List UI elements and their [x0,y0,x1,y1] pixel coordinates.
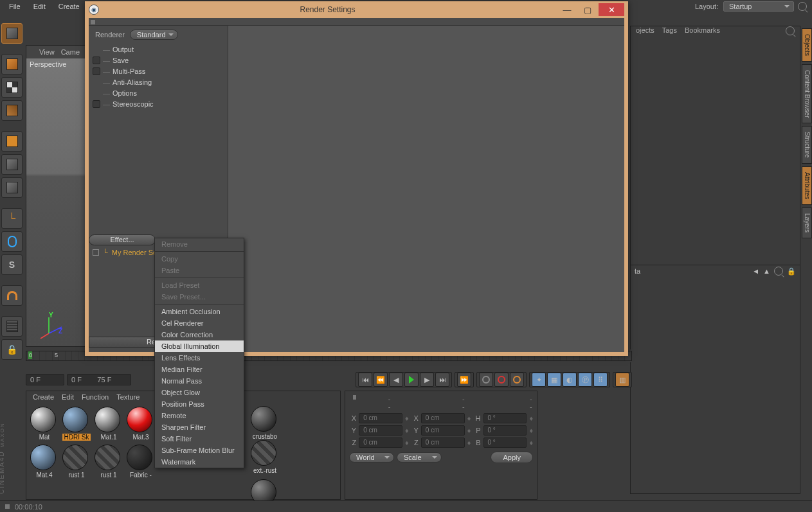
keyframe-sel[interactable] [510,373,524,387]
material-hdri-sk[interactable]: HDRI Sk [62,407,91,441]
coord-space-dd[interactable]: World [349,452,394,463]
arrow-left-icon[interactable]: ◄ [752,267,759,275]
frame-start[interactable]: 0 F [26,374,64,385]
search-icon[interactable] [798,2,807,11]
material-mat[interactable]: Mat [30,407,59,441]
ctx-median-filter[interactable]: Median Filter [155,364,244,375]
rs-item-anti-aliasing[interactable]: —Anti-Aliasing [89,76,228,87]
step-back-key[interactable]: ⏪ [374,373,388,387]
opt-scale[interactable]: ▦ [547,373,561,387]
ctx-cel-renderer[interactable]: Cel Renderer [155,317,244,329]
maximize-button[interactable]: ▢ [578,3,597,16]
animation-mode[interactable]: ▥ [615,373,629,387]
play[interactable] [404,373,419,387]
coord-input[interactable]: 0 cm [421,425,465,436]
rtab-objects[interactable]: Objects [802,28,812,62]
coord-input[interactable]: 0 cm [421,413,465,423]
mat-menu-function[interactable]: Function [82,393,109,401]
search-icon[interactable] [774,267,783,276]
mat-menu-texture[interactable]: Texture [116,393,140,401]
material-mat-1[interactable]: Mat.1 [95,407,123,441]
step-back[interactable]: ◀ [389,373,403,387]
menu-create[interactable]: Create [53,1,85,12]
viewport-menu-cameras[interactable]: Came [61,48,80,56]
tab-bookmarks[interactable]: Bookmarks [685,26,720,37]
checkbox[interactable] [93,67,100,75]
tool-polys[interactable] [1,177,23,198]
rs-item-stereoscopic[interactable]: —Stereoscopic [89,98,228,109]
tool-lock[interactable]: 🔒 [1,339,23,360]
coord-input[interactable]: 0 cm [359,425,402,436]
opt-pos[interactable]: ✦ [532,373,546,387]
goto-end[interactable]: ⏭ [435,373,449,387]
tab-objects[interactable]: ojects [636,26,654,37]
frame-current[interactable]: 0 F 75 F [67,374,131,385]
material-ext-rust[interactable]: ext.-rust [251,440,279,474]
close-button[interactable]: ✕ [599,3,624,16]
ctx-sub-frame-motion-blur[interactable]: Sub-Frame Motion Blur [155,445,244,456]
opt-pla[interactable]: ⠿ [593,373,608,387]
material-rust-1[interactable]: rust 1 [62,445,91,479]
tool-texture[interactable] [1,77,23,98]
rtab-content-browser[interactable]: Content Browser [802,64,812,123]
ctx-watermark[interactable]: Watermark [155,456,244,468]
layout-dropdown[interactable]: Startup [723,1,794,12]
tool-mouse[interactable] [1,231,23,252]
material-mat-3[interactable]: Mat.3 [127,407,155,441]
menu-file[interactable]: File [4,1,26,12]
rs-item-options[interactable]: —Options [89,87,228,98]
material-mat-4[interactable]: Mat.4 [30,445,59,479]
opt-rot[interactable]: ◐ [563,373,577,387]
rtab-attributes[interactable]: Attributes [802,166,812,205]
mat-menu-edit[interactable]: Edit [62,393,74,401]
tool-cube[interactable] [1,54,23,75]
tool-axis[interactable]: └ [1,208,23,229]
coord-input[interactable]: 0 cm [359,437,402,448]
record[interactable] [479,373,493,387]
coord-input[interactable]: 0 ° [483,437,527,448]
ctx-lens-effects[interactable]: Lens Effects [155,352,244,364]
viewport-menu-view[interactable]: View [39,48,55,56]
rs-item-multi-pass[interactable]: —Multi-Pass [89,66,228,76]
coord-input[interactable]: 0 cm [359,413,402,423]
goto-start[interactable]: ⏮ [358,373,372,387]
coord-input[interactable]: 0 ° [483,413,527,423]
material-fabric-[interactable]: Fabric - [127,445,155,479]
tool-magnet[interactable] [1,285,23,306]
tool-grid[interactable] [1,316,23,337]
arrow-up-icon[interactable]: ▲ [763,267,770,275]
checkbox[interactable] [93,100,100,108]
ctx-position-pass[interactable]: Position Pass [155,398,244,410]
step-fwd[interactable]: ▶ [420,373,434,387]
ctx-ambient-occlusion[interactable]: Ambient Occlusion [155,306,244,317]
window-titlebar[interactable]: ◉ Render Settings — ▢ ✕ [85,1,628,18]
ctx-remote[interactable]: Remote [155,410,244,421]
tool-edges[interactable] [1,154,23,175]
tool-model[interactable] [1,23,23,44]
ctx-soft-filter[interactable]: Soft Filter [155,433,244,445]
mat-menu-create[interactable]: Create [33,393,54,401]
menu-edit[interactable]: Edit [28,1,51,12]
rs-item-output[interactable]: —Output [89,44,228,55]
coord-input[interactable]: 0 cm [421,437,465,448]
lock-icon[interactable]: 🔒 [787,267,796,276]
ctx-sharpen-filter[interactable]: Sharpen Filter [155,421,244,433]
material-rust-1[interactable]: rust 1 [95,445,123,479]
ctx-color-correction[interactable]: Color Correction [155,329,244,340]
tool-points[interactable] [1,131,23,152]
effect-button[interactable]: Effect... [89,234,156,245]
ctx-global-illumination[interactable]: Global Illumination [155,340,244,352]
renderer-dropdown[interactable]: Standard [130,30,178,40]
checkbox[interactable] [93,57,100,64]
ctx-normal-pass[interactable]: Normal Pass [155,375,244,387]
apply-button[interactable]: Apply [491,452,533,463]
coord-input[interactable]: 0 ° [483,425,527,436]
opt-param[interactable]: Ⓟ [578,373,592,387]
coord-mode-dd[interactable]: Scale [397,452,442,463]
autokey[interactable] [494,373,509,387]
rtab-structure[interactable]: Structure [802,126,812,164]
tool-snap[interactable]: S [1,254,23,275]
rs-item-save[interactable]: —Save [89,55,228,66]
minimize-button[interactable]: — [557,3,577,16]
tab-tags[interactable]: Tags [662,26,677,37]
